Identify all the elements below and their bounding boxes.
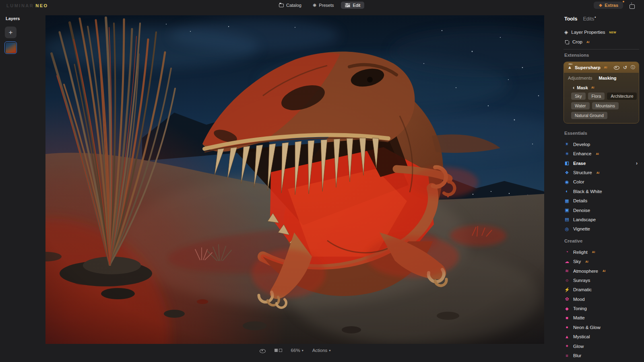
mask-tag-natural-ground[interactable]: Natural Ground <box>571 112 607 119</box>
tool-details[interactable]: ▦ Details <box>564 196 639 206</box>
compare-icon[interactable] <box>275 349 282 352</box>
extensions-header: Extensions <box>564 53 639 58</box>
tool-label: Sky <box>573 259 581 264</box>
undo-icon[interactable]: ↺ <box>623 65 627 70</box>
extras-notification-dot <box>623 1 624 2</box>
blur-icon: ≡ <box>564 354 570 358</box>
info-icon[interactable]: ⓘ <box>631 65 635 70</box>
tool-toning[interactable]: ◆ Toning <box>564 304 639 313</box>
tool-film-grain[interactable]: ▩ Film Grain <box>564 360 639 362</box>
tool-color[interactable]: ◉ Color <box>564 177 639 187</box>
mask-tag-mountains[interactable]: Mountains <box>592 102 619 109</box>
bottom-toolbar: 66% ▾ Actions ▾ <box>45 345 544 356</box>
dramatic-icon: ⚡ <box>564 288 570 292</box>
color-icon: ◉ <box>564 180 570 184</box>
crop-row[interactable]: Crop AI <box>564 37 639 47</box>
tool-label: Matte <box>573 315 585 320</box>
tab-masking[interactable]: Masking <box>599 76 617 80</box>
puzzle-icon: ❖ <box>599 3 602 8</box>
photo-canvas[interactable] <box>45 15 544 344</box>
mask-tag-flora[interactable]: Flora <box>588 93 605 100</box>
tool-black-white[interactable]: ◐ Black & White <box>564 187 639 196</box>
compare-after-square <box>279 349 282 352</box>
tool-erase[interactable]: ◧ Erase › <box>564 158 639 168</box>
presets-button[interactable]: ❋ Presets <box>309 2 338 9</box>
divider <box>564 49 639 49</box>
layer-properties-row[interactable]: ◈ Layer Properties NEW <box>564 27 639 37</box>
creative-header: Creative <box>564 239 639 243</box>
tool-glow[interactable]: ✦ Glow <box>564 341 639 351</box>
ai-badge: AI <box>597 171 600 174</box>
edit-sliders-icon <box>345 3 350 7</box>
edit-button[interactable]: Edit <box>341 2 364 9</box>
catalog-button[interactable]: Catalog <box>275 2 305 9</box>
edit-label: Edit <box>353 3 360 8</box>
supersharp-triangle-glyph: ▲ <box>568 65 572 70</box>
chevron-right-icon: › <box>636 160 638 166</box>
tool-mystical[interactable]: ▲ Mystical <box>564 332 639 341</box>
tool-matte[interactable]: ■ Matte <box>564 313 639 323</box>
logo-neo: NEO <box>35 3 48 8</box>
mask-tag-sky[interactable]: Sky <box>571 93 586 100</box>
tool-mood[interactable]: ✿ Mood <box>564 294 639 304</box>
matte-icon: ■ <box>564 316 570 320</box>
ai-badge: AI <box>592 251 595 253</box>
ai-badge: AI <box>604 66 607 69</box>
tool-develop[interactable]: ☀ Develop <box>564 140 639 149</box>
app-logo: LUMINARNEO <box>6 3 48 8</box>
extras-button[interactable]: ❖ Extras <box>594 2 623 9</box>
tool-blur[interactable]: ≡ Blur <box>564 351 639 360</box>
tool-label: Denoise <box>573 208 590 213</box>
mask-label: Mask <box>577 85 588 90</box>
preview-eye-icon[interactable] <box>259 348 266 353</box>
actions-dropdown[interactable]: Actions ▾ <box>312 348 331 353</box>
tab-tools[interactable]: Tools <box>564 16 577 22</box>
tool-structure[interactable]: ❖ Structure AI <box>564 168 639 177</box>
tool-landscape[interactable]: ▤ Landscape <box>564 215 639 224</box>
essentials-header: Essentials <box>564 131 639 136</box>
tool-neon-glow[interactable]: ● Neon & Glow <box>564 323 639 332</box>
compare-before-square <box>275 349 278 352</box>
tools-edits-tabs: Tools Edits• <box>564 15 639 22</box>
pro-label: PRO <box>569 64 572 65</box>
mask-back-row[interactable]: ‹ Mask AI <box>564 82 639 92</box>
tab-adjustments[interactable]: Adjustments <box>568 76 592 80</box>
mode-switcher: Catalog ❋ Presets Edit <box>275 2 364 9</box>
zoom-dropdown[interactable]: 66% ▾ <box>291 348 303 353</box>
tool-sky[interactable]: ☁ Sky AI <box>564 257 639 266</box>
mood-icon: ✿ <box>564 297 570 301</box>
tool-label: Color <box>573 179 584 184</box>
share-icon[interactable] <box>629 2 634 8</box>
tool-label: Develop <box>573 142 590 147</box>
denoise-icon: ▣ <box>564 208 570 212</box>
presets-label: Presets <box>319 3 334 8</box>
ai-badge: AI <box>585 260 588 263</box>
mask-tag-water[interactable]: Water <box>571 102 590 109</box>
visibility-eye-icon[interactable] <box>614 65 619 70</box>
mystical-icon: ▲ <box>564 335 570 339</box>
mask-tag-architecture[interactable]: Architecture <box>607 93 637 100</box>
black-white-icon: ◐ <box>564 189 570 193</box>
tab-edits[interactable]: Edits• <box>583 15 596 22</box>
tool-denoise[interactable]: ▣ Denoise <box>564 206 639 215</box>
back-chevron-icon: ‹ <box>573 85 574 90</box>
tool-atmosphere[interactable]: ≋ Atmosphere AI <box>564 266 639 276</box>
tool-vignette[interactable]: ◎ Vignette <box>564 224 639 234</box>
ai-badge: AI <box>591 86 594 89</box>
catalog-icon <box>279 4 284 7</box>
layer-thumbnail-image <box>6 43 16 53</box>
layers-panel-title: Layers <box>6 16 20 21</box>
layer-thumbnail-selected[interactable] <box>4 41 17 54</box>
tool-dramatic[interactable]: ⚡ Dramatic <box>564 285 639 294</box>
chevron-down-icon: ▾ <box>329 349 330 352</box>
add-layer-button[interactable]: + <box>5 27 17 38</box>
tool-label: Glow <box>573 344 584 349</box>
toning-icon: ◆ <box>564 306 570 311</box>
tool-label: Toning <box>573 306 587 311</box>
tool-label: Atmosphere <box>573 269 598 274</box>
tool-enhance[interactable]: ✳ Enhance AI <box>564 149 639 158</box>
tool-label: Enhance <box>573 151 591 156</box>
tool-sunrays[interactable]: ☼ Sunrays <box>564 276 639 285</box>
supersharp-header[interactable]: PRO ▲ Supersharp AI ↺ ⓘ <box>564 62 639 73</box>
tool-relight[interactable]: ◔ Relight AI <box>564 247 639 257</box>
